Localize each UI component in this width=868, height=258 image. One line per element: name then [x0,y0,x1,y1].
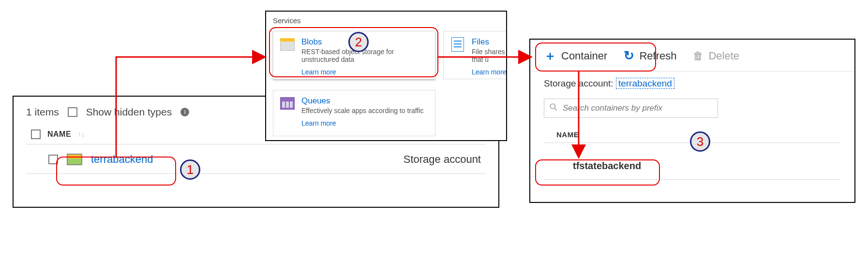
svg-rect-1 [280,38,295,42]
svg-point-10 [551,104,555,109]
storage-account-label: Storage account: [544,78,614,88]
refresh-button[interactable]: ↻ Refresh [624,48,676,63]
add-container-label: Container [561,50,607,62]
table-row[interactable]: terrabackend Storage account [26,144,486,174]
blobs-desc: REST-based object storage for unstructur… [301,48,428,63]
refresh-icon: ↻ [624,48,634,63]
storage-account-icon [67,154,82,165]
service-card-blobs[interactable]: Blobs REST-based object storage for unst… [273,31,435,79]
svg-rect-7 [282,101,285,108]
column-header-name[interactable]: NAME [47,130,71,139]
search-input[interactable] [544,99,718,118]
delete-button[interactable]: 🗑 Delete [693,50,739,62]
service-card-queues[interactable]: Queues Effectively scale apps according … [273,90,435,136]
queues-learn-more-link[interactable]: Learn more [301,119,423,127]
service-card-files[interactable]: Files File shares that u Learn more [443,31,507,79]
svg-line-11 [555,108,557,111]
show-hidden-label: Show hidden types [86,106,172,118]
files-icon [450,37,465,52]
files-title: Files [472,37,507,47]
select-all-checkbox[interactable] [31,129,41,139]
blobs-title: Blobs [301,37,428,47]
container-row[interactable]: tfstatebackend [544,153,841,180]
container-name: tfstatebackend [573,160,641,171]
blobs-learn-more-link[interactable]: Learn more [301,68,428,76]
storage-account-name-link[interactable]: terrabackend [91,153,153,166]
containers-panel: ＋ Container ↻ Refresh 🗑 Delete Storage a… [529,39,855,203]
show-hidden-checkbox[interactable] [68,107,77,117]
storage-account-link[interactable]: terrabackend [616,78,674,89]
plus-icon: ＋ [544,47,556,64]
row-type-label: Storage account [404,153,481,166]
files-desc: File shares that u [472,48,507,63]
queues-icon [280,96,295,111]
search-icon [550,103,557,114]
sort-icon[interactable]: ↑↓ [78,130,85,138]
delete-label: Delete [708,50,739,62]
queues-desc: Effectively scale apps according to traf… [301,107,423,115]
services-panel: Services Blobs REST-based object storage… [265,11,507,141]
svg-rect-8 [286,101,289,108]
services-panel-header: Services [266,14,506,29]
items-count: 1 items [26,106,59,118]
storage-account-line: Storage account: terrabackend [544,78,841,89]
files-learn-more-link[interactable]: Learn more [472,68,507,76]
svg-rect-9 [290,101,293,108]
refresh-label: Refresh [639,50,676,62]
container-search-wrapper [544,99,841,118]
containers-column-header[interactable]: NAME [544,128,841,143]
row-checkbox[interactable] [48,155,58,164]
info-icon[interactable]: i [180,108,189,116]
add-container-button[interactable]: ＋ Container [544,47,607,64]
trash-icon: 🗑 [693,50,703,62]
queues-title: Queues [301,96,423,106]
containers-toolbar: ＋ Container ↻ Refresh 🗑 Delete [530,40,854,72]
blobs-icon [280,37,295,52]
